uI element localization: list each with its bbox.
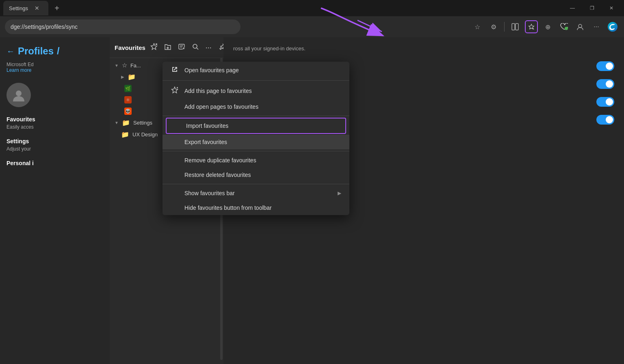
favorites-button[interactable] bbox=[525, 20, 538, 33]
favourites-sync-toggle[interactable] bbox=[596, 61, 614, 71]
settings-section-item: Settings Adjust your bbox=[0, 134, 110, 156]
personal-sync-toggle[interactable] bbox=[596, 115, 614, 125]
menu-label-add-page: Add this page to favourites bbox=[184, 88, 252, 94]
menu-label-remove-dup: Remove duplicate favourites bbox=[184, 157, 256, 164]
svg-point-4 bbox=[565, 27, 568, 30]
bookmark-icon[interactable]: ☆ bbox=[471, 20, 484, 33]
back-header: ← Profiles / bbox=[0, 44, 110, 60]
favourites-panel-title: Favourites bbox=[115, 44, 145, 51]
menu-label-restore-del: Restore deleted favourites bbox=[184, 172, 251, 178]
tab-title: Settings bbox=[9, 5, 28, 11]
profile-avatar-section bbox=[0, 78, 110, 112]
health-icon[interactable] bbox=[557, 20, 570, 33]
settings-desc: Adjust your bbox=[6, 146, 103, 152]
menu-divider-3 bbox=[162, 151, 349, 151]
main-content: ← Profiles / Microsoft Ed Learn more Fav… bbox=[0, 37, 624, 364]
add-favourite-icon[interactable] bbox=[149, 41, 159, 54]
submenu-arrow-icon: ▶ bbox=[338, 190, 341, 196]
url-text: dge://settings/profiles/sync bbox=[11, 24, 78, 30]
url-bar[interactable]: dge://settings/profiles/sync bbox=[5, 19, 240, 34]
menu-item-export-fav[interactable]: Export favourites bbox=[162, 135, 349, 149]
menu-label-hide-fav-btn: Hide favourites button from toolbar bbox=[184, 205, 272, 211]
page-title: Profiles bbox=[18, 45, 54, 57]
learn-more-link[interactable]: Learn more bbox=[6, 67, 31, 73]
window-controls: — ❐ ✕ bbox=[563, 2, 621, 15]
personal-section: Personal i bbox=[0, 156, 110, 172]
menu-item-show-fav-bar[interactable]: Show favourites bar ▶ bbox=[162, 186, 349, 200]
expand-icon: ▼ bbox=[115, 121, 119, 125]
menu-label-open-fav-page: Open favourites page bbox=[184, 67, 239, 73]
folder-label: UX Design bbox=[132, 131, 158, 138]
settings-title: Settings bbox=[6, 138, 103, 144]
address-bar: dge://settings/profiles/sync ☆ ⚙ ⊕ ··· bbox=[0, 16, 624, 37]
svg-point-5 bbox=[578, 24, 582, 28]
menu-item-restore-del[interactable]: Restore deleted favourites bbox=[162, 168, 349, 182]
toolbar-divider bbox=[504, 22, 505, 32]
folder-icon: 📁 bbox=[121, 131, 129, 138]
favourites-panel-header: Favourites bbox=[110, 37, 223, 58]
title-bar: Settings ✕ + — ❐ ✕ bbox=[0, 0, 624, 16]
personal-title: Personal i bbox=[6, 160, 103, 166]
svg-rect-2 bbox=[516, 24, 518, 30]
settings-sync-toggle[interactable] bbox=[596, 79, 614, 89]
site-favicon: ⚛ bbox=[124, 96, 132, 103]
svg-point-7 bbox=[16, 90, 22, 96]
profile-icon[interactable] bbox=[574, 20, 587, 33]
settings-description: Microsoft Ed Learn more bbox=[0, 60, 110, 78]
svg-point-6 bbox=[608, 22, 618, 32]
menu-item-import-fav[interactable]: Import favourites bbox=[166, 118, 346, 134]
more-button[interactable]: ··· bbox=[590, 20, 603, 33]
pdf-sync-toggle[interactable] bbox=[596, 97, 614, 107]
add-tab-icon[interactable]: ⊕ bbox=[541, 20, 554, 33]
context-menu: Open favourites page Add this page to fa… bbox=[162, 62, 349, 215]
new-tab-button[interactable]: + bbox=[51, 2, 63, 14]
favourites-desc: Easily acces bbox=[6, 124, 103, 130]
search-favorites-icon[interactable] bbox=[190, 41, 201, 54]
star-icon: ☆ bbox=[122, 62, 127, 69]
restore-button[interactable]: ❐ bbox=[583, 2, 601, 15]
svg-line-20 bbox=[197, 48, 198, 50]
menu-item-add-open-pages[interactable]: Add open pages to favourites bbox=[162, 99, 349, 114]
menu-item-open-fav-page[interactable]: Open favourites page bbox=[162, 62, 349, 79]
more-favorites-icon[interactable]: ··· bbox=[204, 42, 213, 54]
expand-icon: ▼ bbox=[115, 63, 119, 68]
menu-label-show-fav-bar: Show favourites bar bbox=[184, 190, 235, 196]
favourites-title: Favourites bbox=[6, 116, 103, 123]
pin-favorites-icon[interactable] bbox=[217, 41, 223, 54]
menu-label-add-open-pages: Add open pages to favourites bbox=[184, 103, 258, 110]
close-button[interactable]: ✕ bbox=[602, 2, 621, 15]
avatar bbox=[6, 83, 31, 107]
svg-point-19 bbox=[193, 44, 197, 48]
menu-label-import-fav: Import favourites bbox=[186, 123, 228, 129]
import-export-icon[interactable] bbox=[176, 41, 187, 54]
tab-close-button[interactable]: ✕ bbox=[31, 2, 43, 14]
expand-icon: ▶ bbox=[121, 75, 124, 79]
split-screen-icon[interactable] bbox=[509, 20, 522, 33]
add-page-icon bbox=[171, 86, 179, 95]
extensions-icon[interactable]: ⚙ bbox=[487, 20, 500, 33]
folder-label: Fa... bbox=[130, 62, 141, 69]
site-favicon: 🌿 bbox=[124, 85, 132, 92]
menu-item-hide-fav-btn[interactable]: Hide favourites button from toolbar bbox=[162, 200, 349, 215]
edge-logo bbox=[606, 20, 619, 33]
menu-divider-4 bbox=[162, 184, 349, 184]
svg-rect-1 bbox=[512, 24, 515, 30]
active-tab[interactable]: Settings ✕ bbox=[3, 1, 48, 15]
add-folder-icon[interactable] bbox=[162, 41, 173, 54]
open-fav-icon bbox=[171, 66, 179, 75]
minimize-button[interactable]: — bbox=[563, 2, 582, 15]
settings-sidebar: ← Profiles / Microsoft Ed Learn more Fav… bbox=[0, 37, 110, 364]
folder-label: Settings bbox=[133, 120, 152, 126]
favourites-section: Favourites Easily acces bbox=[0, 112, 110, 134]
sync-description-row: ross all your signed-in devices. bbox=[233, 45, 614, 52]
page-title-slash: / bbox=[57, 45, 60, 57]
back-button[interactable]: ← bbox=[6, 47, 15, 56]
folder-icon: 📁 bbox=[122, 119, 130, 127]
menu-item-add-page[interactable]: Add this page to favourites bbox=[162, 82, 349, 99]
menu-divider-2 bbox=[162, 116, 349, 116]
sync-description-text: ross all your signed-in devices. bbox=[233, 45, 614, 52]
menu-item-remove-dup[interactable]: Remove duplicate favourites bbox=[162, 153, 349, 168]
menu-divider-1 bbox=[162, 80, 349, 81]
menu-label-export-fav: Export favourites bbox=[184, 139, 227, 145]
reddit-favicon: 👽 bbox=[124, 108, 132, 115]
